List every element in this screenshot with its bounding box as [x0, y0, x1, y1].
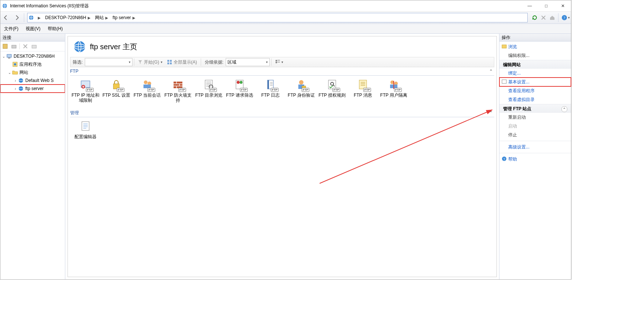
- svg-point-38: [240, 81, 243, 84]
- chevron-down-icon: ▾: [161, 60, 163, 64]
- feature-ftp-firewall[interactable]: FTPFTP 防火墙支持: [163, 78, 193, 103]
- feature-ftp-ip[interactable]: FTPFTP IP 地址和域限制: [70, 78, 101, 103]
- collapse-icon[interactable]: ⌄: [1, 54, 6, 58]
- svg-rect-25: [277, 60, 280, 61]
- connections-pane: 连接 ⌄ DESKTOP-720N86H 应用程序池: [0, 34, 65, 279]
- address-bar[interactable]: ▶ DESKTOP-720N86H▶ 网站▶ ftp server▶: [27, 13, 528, 22]
- firewall-icon: FTP: [171, 78, 185, 91]
- iso-icon: FTP: [387, 78, 400, 91]
- chevron-right-icon: ▶: [132, 16, 135, 20]
- ssl-icon: FTP: [110, 78, 123, 91]
- collapse-icon[interactable]: ⌄: [7, 71, 12, 75]
- action-basic-settings[interactable]: 基本设置...: [499, 78, 571, 86]
- auth-icon: FTP: [295, 78, 308, 91]
- feature-ftp-ssl[interactable]: FTPFTP SSL 设置: [101, 78, 132, 103]
- actions-pane: 操作 浏览 编辑权限... 编辑网站 绑定... 基本设置... 查看应用程序 …: [499, 34, 571, 279]
- filter-start-button[interactable]: 开始(G) ▾: [136, 58, 164, 67]
- action-browse[interactable]: 浏览: [499, 42, 571, 51]
- chevron-down-icon[interactable]: ▾: [568, 16, 570, 19]
- connections-toolbar: [0, 42, 65, 51]
- chevron-right-icon: ▶: [38, 16, 41, 20]
- tree-node-sites[interactable]: ⌄ 网站: [0, 68, 65, 76]
- action-view-vdir[interactable]: 查看虚拟目录: [499, 95, 571, 104]
- nav-tools: ? ▾: [529, 13, 571, 22]
- save-icon[interactable]: [2, 43, 8, 50]
- breadcrumb[interactable]: DESKTOP-720N86H▶: [43, 14, 93, 22]
- action-bindings[interactable]: 绑定...: [499, 69, 571, 78]
- menu-help[interactable]: 帮助(H): [44, 24, 66, 33]
- forward-button[interactable]: [12, 12, 22, 23]
- site-large-icon: [73, 40, 86, 53]
- site-icon: [18, 78, 24, 83]
- group-by-combo[interactable]: 区域 ▾: [226, 58, 270, 66]
- feature-ftp-iso[interactable]: FTPFTP 用户隔离: [378, 78, 409, 103]
- maximize-button[interactable]: □: [538, 0, 554, 11]
- svg-rect-24: [276, 62, 277, 63]
- action-restart[interactable]: 重新启动: [499, 113, 571, 122]
- tree-node-default-site[interactable]: › Default Web S: [0, 76, 65, 85]
- close-button[interactable]: ✕: [554, 0, 571, 11]
- feature-ftp-filter[interactable]: FTPFTP 请求筛选: [224, 78, 255, 103]
- collapse-icon[interactable]: ⌃: [561, 106, 567, 112]
- feature-ftp-browse[interactable]: FTPFTP 目录浏览: [193, 78, 224, 103]
- help-icon[interactable]: ?: [561, 14, 568, 21]
- site-icon: [18, 86, 24, 92]
- svg-rect-20: [170, 60, 172, 62]
- feature-ftp-auth[interactable]: FTPFTP 身份验证: [286, 78, 317, 103]
- collapse-icon[interactable]: ⌃: [489, 69, 494, 74]
- feature-config-editor[interactable]: 配置编辑器: [70, 119, 101, 139]
- action-view-apps[interactable]: 查看应用程序: [499, 86, 571, 95]
- menu-file[interactable]: 文件(F): [0, 24, 22, 33]
- chevron-down-icon: ▾: [266, 60, 268, 64]
- tree-node-ftp-server[interactable]: › ftp server: [0, 85, 65, 93]
- filter-icon: FTP: [233, 78, 246, 91]
- feature-groups: FTP ⌃ FTPFTP IP 地址和域限制 FTPFTP SSL 设置 FTP…: [68, 67, 496, 277]
- filter-bar: 筛选: ▾ 开始(G) ▾ 全部显示(A) 分组依据: 区: [70, 57, 494, 67]
- up-icon[interactable]: [31, 43, 37, 50]
- breadcrumb-arrow[interactable]: ▶: [34, 14, 43, 22]
- refresh-button[interactable]: [531, 14, 538, 21]
- svg-point-14: [14, 63, 16, 65]
- collapse-icon[interactable]: ⌃: [489, 110, 494, 115]
- expand-icon[interactable]: ›: [13, 79, 18, 83]
- feature-ftp-msg[interactable]: FTPFTP 消息: [348, 78, 378, 103]
- connect-icon[interactable]: [11, 43, 17, 50]
- action-help[interactable]: ? 帮助: [499, 155, 571, 164]
- group-header[interactable]: 管理 ⌃: [70, 109, 494, 117]
- show-all-button[interactable]: 全部显示(A): [165, 58, 199, 67]
- log-icon: FTP: [264, 78, 277, 91]
- minimize-button[interactable]: —: [521, 0, 538, 11]
- tree-node-server[interactable]: ⌄ DESKTOP-720N86H: [0, 52, 65, 60]
- menubar: 文件(F) 视图(V) 帮助(H): [0, 24, 571, 34]
- svg-rect-22: [170, 62, 172, 64]
- view-mode-button[interactable]: ▾: [273, 58, 285, 67]
- expand-icon[interactable]: ›: [13, 87, 18, 91]
- svg-rect-19: [167, 60, 169, 62]
- filter-combo[interactable]: ▾: [85, 58, 132, 66]
- tree-node-app-pools[interactable]: 应用程序池: [0, 60, 65, 68]
- action-stop[interactable]: 停止: [499, 130, 571, 139]
- feature-ftp-sessions[interactable]: FTPFTP 当前会话: [132, 78, 163, 103]
- server-icon: [6, 53, 12, 59]
- action-edit-permissions[interactable]: 编辑权限...: [499, 51, 571, 60]
- delete-icon[interactable]: [22, 43, 29, 50]
- sessions-icon: FTP: [141, 78, 154, 91]
- breadcrumb[interactable]: 网站▶: [93, 14, 110, 22]
- group-items: FTPFTP IP 地址和域限制 FTPFTP SSL 设置 FTPFTP 当前…: [70, 76, 494, 109]
- feature-ftp-log[interactable]: FTPFTP 日志: [255, 78, 286, 103]
- back-button[interactable]: [1, 12, 11, 23]
- actions-header: 操作: [499, 34, 571, 42]
- menu-view[interactable]: 视图(V): [22, 24, 44, 33]
- stop-button[interactable]: [540, 14, 547, 21]
- home-button[interactable]: [549, 14, 556, 21]
- content-inner: ftp server 主页 筛选: ▾ 开始(G) ▾ 全部显示(A): [68, 36, 497, 277]
- filter-label: 筛选:: [70, 59, 85, 65]
- svg-rect-23: [276, 60, 277, 61]
- action-advanced[interactable]: 高级设置...: [499, 143, 571, 151]
- feature-ftp-authz[interactable]: FTPFTP 授权规则: [317, 78, 348, 103]
- svg-rect-7: [12, 45, 16, 48]
- chevron-right-icon: ▶: [88, 16, 91, 20]
- breadcrumb[interactable]: ftp server▶: [110, 14, 138, 22]
- svg-text:?: ?: [564, 15, 565, 20]
- group-header[interactable]: FTP ⌃: [70, 67, 494, 76]
